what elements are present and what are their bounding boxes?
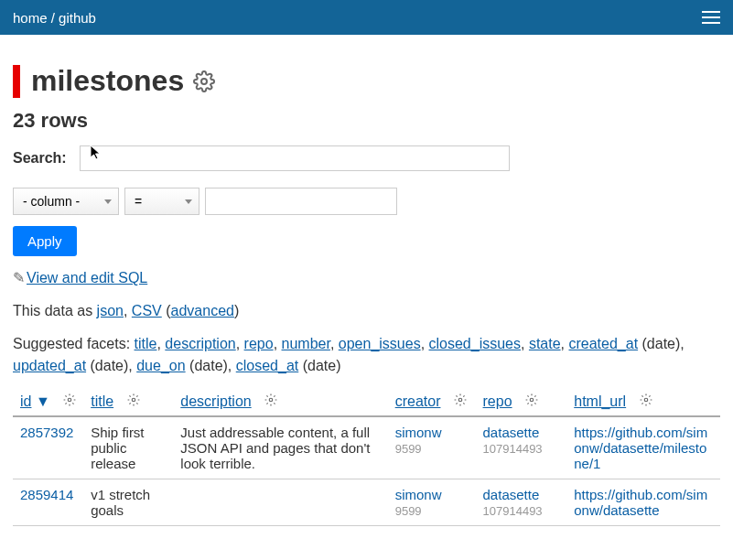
gear-icon[interactable] [193, 70, 215, 92]
id-link[interactable]: 2859414 [20, 487, 73, 502]
page-title: milestones [13, 64, 720, 98]
search-input[interactable] [80, 145, 510, 171]
cell-description [173, 479, 387, 526]
cell-repo: datasette 107914493 [476, 479, 567, 526]
facet-date-suffix4: (date) [298, 358, 340, 373]
facet-created_at[interactable]: created_at [568, 336, 638, 351]
repo-id: 107914493 [483, 442, 543, 456]
menu-icon[interactable] [702, 7, 720, 27]
facet-date-suffix3: (date) [186, 358, 228, 373]
gear-icon[interactable] [640, 393, 652, 406]
cell-repo: datasette 107914493 [476, 416, 567, 479]
data-table: id ▼ title description creator repo html… [13, 388, 720, 526]
gear-icon[interactable] [525, 393, 538, 406]
cell-description: Just addressable content, a full JSON AP… [173, 416, 387, 479]
facet-date-suffix2: (date) [86, 358, 128, 373]
svg-point-4 [458, 398, 462, 402]
filter-value-input[interactable] [205, 188, 397, 215]
gear-icon[interactable] [264, 393, 277, 406]
export-prefix: This data as [13, 303, 97, 318]
svg-point-2 [132, 398, 135, 402]
creator-link[interactable]: simonw [395, 487, 442, 502]
col-id[interactable]: id ▼ [13, 388, 83, 416]
search-row: Search: [13, 145, 720, 171]
facet-date-suffix: (date) [638, 336, 680, 351]
repo-link[interactable]: datasette [483, 425, 540, 440]
view-sql-link[interactable]: View and edit SQL [27, 270, 147, 285]
accent-bar [13, 65, 20, 98]
col-description[interactable]: description [173, 388, 387, 416]
table-row: 2857392Ship first public releaseJust add… [13, 416, 720, 479]
col-title[interactable]: title [83, 388, 173, 416]
sql-link-row: ✎View and edit SQL [13, 267, 720, 289]
svg-point-0 [201, 79, 207, 84]
svg-point-5 [530, 398, 534, 402]
top-header: home / github [0, 0, 733, 35]
facets-row: Suggested facets: title, description, re… [13, 333, 720, 377]
export-row: This data as json, CSV (advanced) [13, 300, 720, 322]
breadcrumb-sep: / [48, 10, 59, 26]
facet-title[interactable]: title [135, 336, 157, 351]
filter-row: - column - = [13, 188, 720, 215]
repo-link[interactable]: datasette [483, 487, 540, 502]
html_url-link[interactable]: https://github.com/simonw/datasette [574, 487, 707, 518]
svg-point-1 [68, 398, 71, 402]
link-icon: ✎ [13, 270, 25, 285]
svg-point-6 [644, 398, 648, 402]
breadcrumb-home[interactable]: home [13, 10, 48, 26]
cell-title: Ship first public release [83, 416, 173, 479]
id-link[interactable]: 2857392 [20, 425, 73, 440]
facets-prefix: Suggested facets: [13, 336, 135, 351]
cell-id: 2859414 [13, 479, 83, 526]
facet-open_issues[interactable]: open_issues [339, 336, 421, 351]
title-text: milestones [31, 64, 184, 98]
facet-closed_at[interactable]: closed_at [236, 358, 299, 373]
apply-button[interactable]: Apply [13, 226, 77, 256]
cell-id: 2857392 [13, 416, 83, 479]
facet-number[interactable]: number [282, 336, 330, 351]
cell-title: v1 stretch goals [83, 479, 173, 526]
gear-icon[interactable] [454, 393, 467, 406]
breadcrumb-db[interactable]: github [59, 10, 96, 26]
facet-repo[interactable]: repo [244, 336, 274, 351]
col-repo[interactable]: repo [476, 388, 567, 416]
gear-icon[interactable] [127, 393, 140, 406]
header-row: id ▼ title description creator repo html… [13, 388, 720, 416]
facet-description[interactable]: description [165, 336, 235, 351]
cell-html_url: https://github.com/simonw/datasette [566, 479, 720, 526]
cell-creator: simonw 9599 [388, 416, 476, 479]
creator-id: 9599 [395, 442, 422, 456]
breadcrumb: home / github [13, 10, 96, 26]
export-csv-link[interactable]: CSV [132, 303, 162, 318]
col-creator[interactable]: creator [388, 388, 476, 416]
export-json-link[interactable]: json [97, 303, 124, 318]
facet-due_on[interactable]: due_on [136, 358, 185, 373]
filter-column-select[interactable]: - column - [13, 188, 119, 215]
cell-creator: simonw 9599 [388, 479, 476, 526]
cell-html_url: https://github.com/simonw/datasette/mile… [566, 416, 720, 479]
html_url-link[interactable]: https://github.com/simonw/datasette/mile… [574, 425, 707, 471]
filter-op-select[interactable]: = [124, 188, 199, 215]
export-advanced-link[interactable]: advanced [171, 303, 234, 318]
table-row: 2859414v1 stretch goalssimonw 9599datase… [13, 479, 720, 526]
creator-link[interactable]: simonw [395, 425, 442, 440]
facet-state[interactable]: state [529, 336, 561, 351]
facet-closed_issues[interactable]: closed_issues [429, 336, 522, 351]
creator-id: 9599 [395, 504, 422, 518]
facet-updated_at[interactable]: updated_at [13, 358, 86, 373]
gear-icon[interactable] [63, 393, 76, 406]
col-html_url[interactable]: html_url [566, 388, 720, 416]
search-label: Search: [13, 150, 67, 167]
repo-id: 107914493 [483, 504, 543, 518]
sort-indicator: ▼ [31, 393, 49, 409]
row-count: 23 rows [13, 109, 720, 133]
svg-point-3 [269, 398, 273, 402]
